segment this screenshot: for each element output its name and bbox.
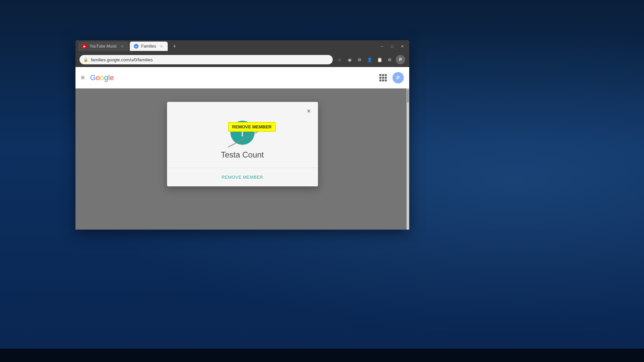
tab-youtube-music[interactable]: ▶ YouTube Music ✕: [78, 42, 128, 51]
extension-icon-4[interactable]: 📋: [376, 56, 384, 64]
apps-dot: [382, 74, 384, 76]
logo-e: e: [110, 73, 114, 82]
google-apps-icon[interactable]: [378, 72, 388, 83]
logo-g2: g: [104, 73, 108, 82]
dialog-footer: REMOVE MEMBER: [167, 168, 318, 186]
google-logo: Google: [90, 73, 114, 82]
tab-youtube-music-label: YouTube Music: [90, 44, 117, 49]
extension-icon-3[interactable]: 👤: [366, 56, 374, 64]
browser-window: ▶ YouTube Music ✕ G Families ✕ + ─ □ ✕ 🔒…: [75, 40, 409, 230]
member-avatar: T: [230, 121, 255, 145]
title-bar: ▶ YouTube Music ✕ G Families ✕ + ─ □ ✕: [75, 40, 409, 52]
youtube-favicon: ▶: [82, 44, 87, 49]
apps-dot: [382, 79, 384, 81]
new-tab-button[interactable]: +: [170, 42, 179, 51]
toolbar-icons: ☆ ◉ ⚙ 👤 📋 ⚙ P: [335, 55, 405, 64]
header-right: P: [378, 72, 404, 83]
extension-icon-1[interactable]: ◉: [345, 56, 354, 64]
member-name: Testa Count: [221, 150, 264, 160]
window-controls: ─ □ ✕: [378, 43, 407, 50]
apps-dot: [379, 79, 381, 81]
apps-dot: [385, 74, 387, 76]
google-header: ≡ Google: [75, 67, 409, 88]
address-bar-area: 🔒 families.google.com/u/0/families ☆ ◉ ⚙…: [75, 52, 409, 67]
user-avatar[interactable]: P: [392, 72, 404, 83]
dialog-header: ✕: [167, 102, 318, 115]
apps-dot: [385, 79, 387, 81]
apps-dot: [385, 77, 387, 79]
remove-member-button[interactable]: REMOVE MEMBER: [218, 172, 267, 182]
extension-icon-2[interactable]: ⚙: [356, 56, 364, 64]
close-button[interactable]: ✕: [398, 43, 407, 50]
browser-profile-initial: P: [399, 57, 402, 62]
browser-profile-button[interactable]: P: [396, 55, 405, 64]
scrollbar-thumb[interactable]: [407, 89, 409, 103]
dialog-close-button[interactable]: ✕: [304, 106, 314, 116]
tab-families-close[interactable]: ✕: [159, 44, 164, 49]
member-dialog: ✕ T Testa Count REMOVE MEMBER: [167, 102, 318, 186]
apps-grid: [379, 74, 387, 81]
hamburger-menu-icon[interactable]: ≡: [81, 74, 85, 81]
apps-dot: [379, 77, 381, 79]
apps-dot: [382, 77, 384, 79]
logo-o1: o: [96, 73, 100, 82]
dialog-body: T Testa Count: [167, 115, 318, 168]
bookmark-icon[interactable]: ☆: [335, 56, 343, 64]
lock-icon: 🔒: [84, 58, 88, 62]
tab-youtube-music-close[interactable]: ✕: [120, 44, 124, 49]
address-bar[interactable]: 🔒 families.google.com/u/0/families: [79, 55, 333, 64]
extension-icon-5[interactable]: ⚙: [386, 56, 394, 64]
maximize-button[interactable]: □: [388, 43, 396, 50]
families-favicon: G: [134, 44, 139, 49]
logo-g: G: [90, 73, 96, 82]
url-text: families.google.com/u/0/families: [91, 57, 153, 62]
minimize-button[interactable]: ─: [378, 43, 386, 50]
taskbar: [0, 349, 644, 362]
tab-families-label: Families: [141, 44, 156, 49]
tab-families[interactable]: G Families ✕: [130, 42, 168, 51]
logo-o2: o: [100, 73, 104, 82]
scrollbar[interactable]: [407, 88, 409, 230]
apps-dot: [379, 74, 381, 76]
page-content: ≡ Google: [75, 67, 409, 230]
page-overlay: ✕ T Testa Count REMOVE MEMBER REMOVE MEM…: [75, 88, 409, 230]
